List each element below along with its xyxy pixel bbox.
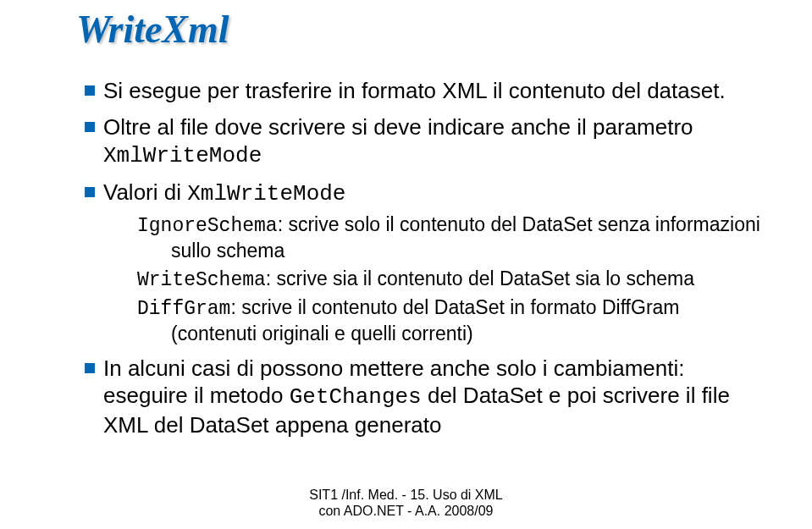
bullet-item: Valori di XmlWriteMode IgnoreSchema: scr… <box>85 179 761 346</box>
sub-bullet-item: DiffGram: scrive il contenuto del DataSe… <box>137 295 761 346</box>
code-text: XmlWriteMode <box>187 181 345 207</box>
slide-footer: SIT1 /Inf. Med. - 15. Uso di XML con ADO… <box>0 487 812 519</box>
sub-bullet-item: IgnoreSchema: scrive solo il contenuto d… <box>137 212 761 263</box>
slide-title: WriteXml <box>76 7 761 52</box>
code-text: GetChanges <box>290 384 422 410</box>
slide: WriteXml Si esegue per trasferire in for… <box>0 7 812 438</box>
code-text: WriteSchema <box>137 269 266 291</box>
bullet-text: Oltre al file dove scrivere si deve indi… <box>103 114 693 140</box>
bullet-item: In alcuni casi di possono mettere anche … <box>85 355 761 439</box>
bullet-text: Si esegue per trasferire in formato XML … <box>103 78 726 103</box>
bullet-item: Si esegue per trasferire in formato XML … <box>85 77 761 105</box>
code-text: DiffGram <box>137 298 230 320</box>
code-text: IgnoreSchema <box>137 215 278 237</box>
bullet-list: Si esegue per trasferire in formato XML … <box>59 77 761 438</box>
sub-bullet-list: IgnoreSchema: scrive solo il contenuto d… <box>103 212 761 346</box>
footer-line-1: SIT1 /Inf. Med. - 15. Uso di XML <box>0 487 812 503</box>
code-text: XmlWriteMode <box>103 143 262 168</box>
bullet-item: Oltre al file dove scrivere si deve indi… <box>85 113 761 170</box>
sub-bullet-text: : scrive il contenuto del DataSet in for… <box>171 296 680 344</box>
sub-bullet-text: : scrive sia il contenuto del DataSet si… <box>266 267 694 289</box>
footer-line-2: con ADO.NET - A.A. 2008/09 <box>0 503 812 519</box>
bullet-text: Valori di <box>103 179 187 205</box>
sub-bullet-item: WriteSchema: scrive sia il contenuto del… <box>137 267 761 293</box>
